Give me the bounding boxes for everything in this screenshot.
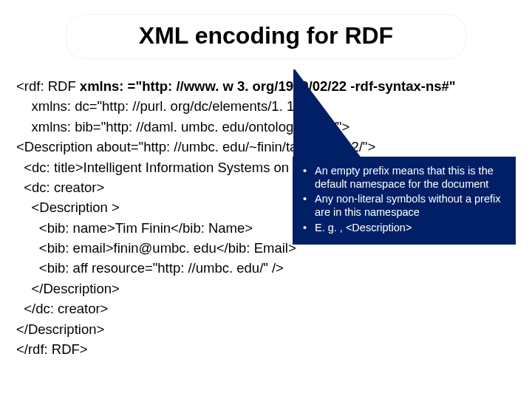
callout-item: An empty prefix means that this is the d… [312, 164, 507, 191]
code-line-10: <bib: aff resource="http: //umbc. edu/" … [16, 260, 284, 276]
code-line-9: <bib: email>finin@umbc. edu</bib: Email> [16, 240, 296, 256]
slide-title-container: XML encoding for RDF [66, 15, 466, 58]
code-line-1a: <rdf: RDF [16, 78, 80, 94]
callout-list: An empty prefix means that this is the d… [301, 164, 507, 234]
code-line-14: </rdf: RDF> [16, 341, 88, 357]
code-line-11: </Description> [16, 281, 120, 296]
code-line-1b: xmlns: ="http: //www. w 3. org/1999/02/2… [80, 78, 456, 94]
callout-box: An empty prefix means that this is the d… [293, 157, 516, 245]
code-line-6: <dc: creator> [16, 180, 104, 195]
slide-title: XML encoding for RDF [66, 22, 466, 50]
code-line-3: xmlns: bib="http: //daml. umbc. edu/onto… [16, 119, 349, 134]
code-line-12: </dc: creator> [16, 301, 108, 316]
code-line-4: <Description about="http: //umbc. edu/~f… [16, 139, 375, 154]
code-line-8: <bib: name>Tim Finin</bib: Name> [16, 220, 253, 236]
callout-item: Any non-literal symbols without a prefix… [312, 192, 507, 219]
code-line-2: xmlns: dc="http: //purl. org/dc/elements… [16, 98, 303, 114]
callout-item: E. g. , <Description> [312, 221, 507, 234]
code-line-7: <Description > [16, 200, 120, 215]
code-line-13: </Description> [16, 321, 104, 337]
